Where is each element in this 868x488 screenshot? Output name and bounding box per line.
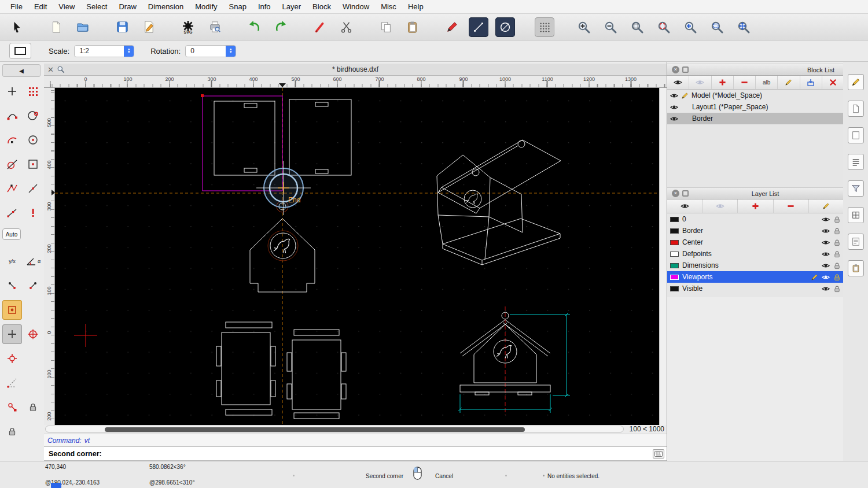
lock-icon[interactable] bbox=[833, 285, 841, 293]
crosshair-toggle-button[interactable] bbox=[2, 324, 22, 344]
lock-relative-zero-button[interactable] bbox=[23, 276, 43, 295]
dock-app-indicator[interactable] bbox=[51, 483, 61, 488]
menu-modify[interactable]: Modify bbox=[189, 0, 223, 14]
open-file-button[interactable] bbox=[73, 17, 93, 37]
menu-layer[interactable]: Layer bbox=[277, 0, 307, 14]
eye-icon[interactable] bbox=[822, 239, 830, 246]
eye-icon[interactable] bbox=[822, 251, 830, 257]
layer-color-swatch[interactable] bbox=[670, 286, 679, 291]
block-row-border[interactable]: Border bbox=[667, 113, 844, 124]
snap-center-button[interactable] bbox=[2, 130, 22, 150]
cad-drawing[interactable]: End bbox=[55, 88, 659, 425]
unlock-all-button[interactable] bbox=[2, 422, 22, 441]
menu-select[interactable]: Select bbox=[80, 0, 113, 14]
select-pointer-button[interactable] bbox=[7, 17, 27, 37]
eye-icon[interactable] bbox=[822, 286, 830, 292]
cut-button[interactable] bbox=[337, 17, 356, 37]
svg-export-button[interactable]: SVG bbox=[178, 17, 198, 37]
dock-filter-widget-button[interactable] bbox=[848, 180, 864, 197]
eye-icon[interactable] bbox=[670, 116, 678, 122]
line-tool-button[interactable] bbox=[469, 17, 488, 37]
vertical-scrollbar[interactable] bbox=[659, 88, 667, 425]
lock-icon[interactable] bbox=[833, 239, 841, 246]
snap-settings-button[interactable] bbox=[2, 397, 22, 417]
snap-reference-button[interactable] bbox=[23, 154, 43, 174]
rotation-select[interactable]: 0 ▲▼ bbox=[185, 45, 236, 57]
layer-color-swatch[interactable] bbox=[670, 228, 679, 234]
layer-name[interactable]: Viewports bbox=[682, 273, 712, 281]
layer-name[interactable]: Visible bbox=[682, 284, 703, 293]
zoom-window-button[interactable] bbox=[707, 17, 727, 37]
lock-icon[interactable] bbox=[833, 227, 841, 235]
edit-layer-button[interactable] bbox=[809, 199, 844, 213]
eye-icon[interactable] bbox=[670, 93, 678, 99]
dock-clipboard-widget-button[interactable] bbox=[848, 260, 864, 276]
snap-middle-button[interactable] bbox=[23, 179, 43, 198]
delete-block-button[interactable] bbox=[822, 76, 844, 89]
add-layer-button[interactable] bbox=[738, 199, 773, 213]
lock-icon[interactable] bbox=[833, 250, 841, 258]
layer-row-defpoints[interactable]: Defpoints bbox=[667, 248, 844, 260]
back-button[interactable]: ◀ bbox=[2, 64, 41, 77]
paste-button[interactable] bbox=[403, 17, 422, 37]
snap-circle-center-button[interactable] bbox=[23, 130, 43, 150]
layer-name[interactable]: Dimensions bbox=[682, 261, 719, 269]
command-input-row[interactable]: Second corner: bbox=[44, 446, 667, 461]
copy-button[interactable] bbox=[376, 17, 396, 37]
layer-row-viewports[interactable]: Viewports bbox=[667, 271, 844, 283]
snap-grid-button[interactable] bbox=[23, 82, 43, 101]
lock-all-button[interactable] bbox=[23, 397, 43, 417]
menu-snap[interactable]: Snap bbox=[223, 0, 252, 14]
redo-button[interactable] bbox=[271, 17, 290, 37]
insert-block-button[interactable] bbox=[800, 76, 822, 89]
layer-color-swatch[interactable] bbox=[670, 275, 679, 280]
eye-icon[interactable] bbox=[822, 274, 830, 280]
close-panel-icon[interactable]: × bbox=[672, 190, 679, 197]
zoom-auto-button[interactable] bbox=[627, 17, 647, 37]
dock-pencil-widget-button[interactable] bbox=[848, 74, 864, 90]
rename-block-button[interactable]: alb bbox=[756, 76, 778, 89]
show-all-blocks-button[interactable] bbox=[667, 76, 689, 89]
menu-info[interactable]: Info bbox=[252, 0, 277, 14]
restrict-orthogonal-button[interactable]: y/x bbox=[2, 252, 22, 271]
block-name[interactable]: Layout1 (*Paper_Space) bbox=[692, 103, 768, 111]
drawing-canvas[interactable]: End bbox=[55, 88, 659, 425]
eye-icon[interactable] bbox=[822, 228, 830, 234]
new-file-button[interactable] bbox=[46, 17, 66, 37]
snap-endpoint-button[interactable] bbox=[2, 106, 22, 125]
menu-edit[interactable]: Edit bbox=[28, 0, 53, 14]
layer-name[interactable]: 0 bbox=[682, 215, 686, 223]
lock-icon[interactable] bbox=[833, 262, 841, 269]
float-panel-icon[interactable] bbox=[682, 66, 689, 73]
lock-icon[interactable] bbox=[833, 216, 841, 223]
scale-select[interactable]: 1:2 ▲▼ bbox=[74, 45, 134, 57]
menu-view[interactable]: View bbox=[53, 0, 80, 14]
layer-name[interactable]: Border bbox=[682, 227, 703, 235]
menu-block[interactable]: Block bbox=[307, 0, 337, 14]
layer-row-visible[interactable]: Visible bbox=[667, 283, 844, 294]
snap-angle-button[interactable]: α bbox=[23, 252, 43, 271]
layer-color-swatch[interactable] bbox=[670, 263, 679, 268]
dock-grid-widget-button[interactable] bbox=[848, 207, 864, 223]
horizontal-scrollbar[interactable] bbox=[45, 426, 624, 432]
print-preview-button[interactable] bbox=[205, 17, 225, 37]
angle-guide-button[interactable] bbox=[2, 373, 22, 393]
layer-row-0[interactable]: 0 bbox=[667, 213, 844, 225]
eye-icon[interactable] bbox=[822, 216, 830, 223]
show-all-layers-button[interactable] bbox=[667, 199, 703, 213]
menu-dimension[interactable]: Dimension bbox=[142, 0, 189, 14]
snap-free-button[interactable] bbox=[2, 82, 22, 101]
restrict-warning-button[interactable] bbox=[23, 203, 43, 223]
layer-color-swatch[interactable] bbox=[670, 252, 679, 257]
undo-button[interactable] bbox=[244, 17, 264, 37]
stepper-arrows-icon[interactable]: ▲▼ bbox=[226, 46, 236, 57]
layer-color-swatch[interactable] bbox=[670, 240, 679, 245]
menu-draw[interactable]: Draw bbox=[113, 0, 142, 14]
keyboard-toggle-button[interactable] bbox=[653, 449, 664, 459]
stepper-arrows-icon[interactable]: ▲▼ bbox=[124, 46, 134, 57]
lock-icon[interactable] bbox=[833, 273, 841, 281]
zoom-out-button[interactable] bbox=[601, 17, 620, 37]
hide-all-blocks-button[interactable] bbox=[689, 76, 711, 89]
float-panel-icon[interactable] bbox=[682, 190, 689, 197]
draw-pencil-button[interactable] bbox=[442, 17, 462, 37]
